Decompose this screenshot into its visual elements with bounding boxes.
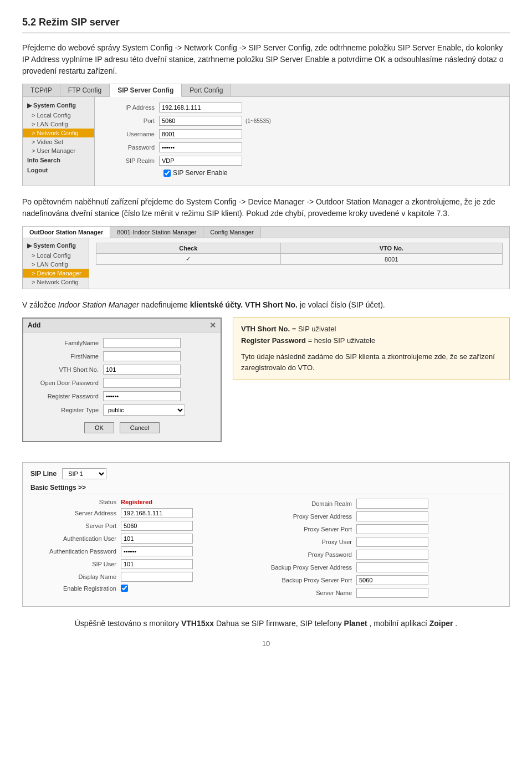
input-proxypassword[interactable] <box>356 550 428 560</box>
input-port[interactable] <box>159 116 242 126</box>
sidebar-section-infosearch[interactable]: Info Search <box>23 155 94 165</box>
page-number: 10 <box>22 638 510 649</box>
field-servername: Server Name <box>270 588 497 598</box>
para3-prefix: V záložce <box>22 300 58 309</box>
tab-configmanager[interactable]: Config Manager <box>203 227 260 238</box>
field-proxyuser: Proxy User <box>270 537 497 547</box>
label-familyname: FamilyName <box>31 340 103 346</box>
field-domainrealm: Domain Realm <box>270 499 497 509</box>
dm-sidebar-section-systemconfig[interactable]: ▶ System Config <box>23 240 89 251</box>
dm-sidebar-item-lanconfig[interactable]: > LAN Config <box>23 260 89 269</box>
label-password: Password <box>104 144 159 151</box>
input-backupproxyserverport[interactable] <box>356 575 428 585</box>
input-domainrealm[interactable] <box>356 499 428 509</box>
input-opendoorpassword[interactable] <box>103 378 181 388</box>
info-note: VTH Short No. = SIP uživatel Register Pa… <box>233 317 510 380</box>
field-vthshortno: VTH Short No. <box>31 365 213 375</box>
footer-bold2: Planet <box>344 619 367 628</box>
field-familyname: FamilyName <box>31 338 213 348</box>
input-familyname[interactable] <box>103 338 181 348</box>
field-backupproxyserveraddress: Backup Proxy Server Address <box>270 562 497 572</box>
sidebar-item-videoset[interactable]: > Video Set <box>23 137 94 146</box>
field-serverport: Server Port <box>35 521 262 531</box>
input-siprealm[interactable] <box>159 156 242 166</box>
field-backupproxyserverport: Backup Proxy Server Port <box>270 575 497 585</box>
note-line-1: VTH Short No. = SIP uživatel <box>241 324 502 335</box>
footer-bold3: Zoiper <box>429 619 453 628</box>
dm-sidebar-item-devicemanager[interactable]: > Device Manager <box>23 269 89 278</box>
label-sipuser: SIP User <box>35 561 121 567</box>
device-manager-panel: OutDoor Station Manager 8001-Indoor Stat… <box>22 226 510 289</box>
tab-sipserverconfig[interactable]: SIP Server Config <box>110 84 182 97</box>
dm-sidebar-item-localconfig[interactable]: > Local Config <box>23 251 89 260</box>
sidebar-section-systemconfig[interactable]: ▶ System Config <box>23 100 94 111</box>
field-registerpassword: Register Password <box>31 391 213 401</box>
input-registerpassword[interactable] <box>103 391 181 401</box>
label-siprealm: SIP Realm <box>104 157 159 164</box>
field-sipuser: SIP User <box>35 559 262 569</box>
checkbox-sipserverenable[interactable] <box>163 170 171 177</box>
input-username[interactable] <box>159 129 242 139</box>
cell-vtono: 8001 <box>280 254 502 265</box>
outdoor-station-table: Check VTO No. ✓ 8001 <box>96 243 503 265</box>
field-proxypassword: Proxy Password <box>270 550 497 560</box>
input-backupproxyserveraddress[interactable] <box>356 562 428 572</box>
dm-sidebar-item-networkconfig[interactable]: > Network Config <box>23 278 89 286</box>
checkbox-enableregistration[interactable] <box>121 585 128 592</box>
label-authpassword: Authentication Password <box>35 548 121 555</box>
label-proxyserveraddress: Proxy Server Address <box>270 513 356 520</box>
sidebar-item-localconfig[interactable]: > Local Config <box>23 111 94 120</box>
sidebar-item-networkconfig[interactable]: > Network Config <box>23 129 94 137</box>
field-enableregistration: Enable Registration <box>35 585 262 592</box>
field-authuser: Authentication User <box>35 534 262 544</box>
input-servername[interactable] <box>356 588 428 598</box>
label-ipaddress: IP Address <box>104 104 159 111</box>
sidebar-item-lanconfig[interactable]: > LAN Config <box>23 120 94 129</box>
select-registertype[interactable]: public <box>103 404 185 416</box>
ok-button[interactable]: OK <box>84 422 114 433</box>
label-enableregistration: Enable Registration <box>35 585 121 592</box>
panel-body: ▶ System Config > Local Config > LAN Con… <box>23 97 509 186</box>
dialog-title-text: Add <box>28 321 40 329</box>
note-line-2: Register Password = heslo SIP uživatele <box>241 335 502 347</box>
input-sipuser[interactable] <box>121 559 193 569</box>
input-vthshortno[interactable] <box>103 365 181 375</box>
col-header-vtono: VTO No. <box>280 243 502 254</box>
field-siprealm: SIP Realm <box>104 156 500 166</box>
input-password[interactable] <box>159 142 242 152</box>
tab-portconfig[interactable]: Port Config <box>182 84 231 96</box>
cancel-button[interactable]: Cancel <box>120 422 160 433</box>
input-authuser[interactable] <box>121 534 193 544</box>
input-proxyserveraddress[interactable] <box>356 511 428 521</box>
field-firstname: FirstName <box>31 351 213 361</box>
tab-ftpconfig[interactable]: FTP Config <box>60 84 110 96</box>
sip-line-row: SIP Line SIP 1 <box>30 468 502 479</box>
input-displayname[interactable] <box>121 572 193 582</box>
input-serverport[interactable] <box>121 521 193 531</box>
input-ipaddress[interactable] <box>159 103 242 112</box>
footer-bold1: VTH15xx <box>181 619 214 628</box>
close-icon[interactable]: ✕ <box>209 321 216 330</box>
tab-tcpip[interactable]: TCP/IP <box>23 84 60 96</box>
input-serveraddress[interactable] <box>121 508 193 518</box>
input-proxyserverport[interactable] <box>356 524 428 534</box>
sidebar-section-logout[interactable]: Logout <box>23 165 94 175</box>
para3-bold: klientské účty. VTH Short No. <box>190 300 298 309</box>
label-sipserverenable: SIP Server Enable <box>173 169 228 177</box>
dm-tab-bar: OutDoor Station Manager 8001-Indoor Stat… <box>23 227 509 238</box>
input-proxyuser[interactable] <box>356 537 428 547</box>
sip-grid: Status Registered Server Address Server … <box>30 499 502 601</box>
tab-outdoorstation[interactable]: OutDoor Station Manager <box>23 227 110 238</box>
footer-text: Úspěšně testováno s monitory VTH15xx Dah… <box>22 618 510 629</box>
input-authpassword[interactable] <box>121 546 193 556</box>
tab-indoorstation[interactable]: 8001-Indoor Station Manager <box>110 227 203 238</box>
label-registerpassword: Register Password <box>31 393 103 400</box>
field-sipserverenable: SIP Server Enable <box>163 169 500 177</box>
label-serverport: Server Port <box>35 523 121 529</box>
field-port: Port (1~65535) <box>104 116 500 126</box>
input-firstname[interactable] <box>103 351 181 361</box>
sidebar-item-usermanager[interactable]: > User Manager <box>23 146 94 155</box>
sip-line-select[interactable]: SIP 1 <box>62 468 106 479</box>
label-proxyuser: Proxy User <box>270 539 356 545</box>
dm-body: ▶ System Config > Local Config > LAN Con… <box>23 238 509 289</box>
